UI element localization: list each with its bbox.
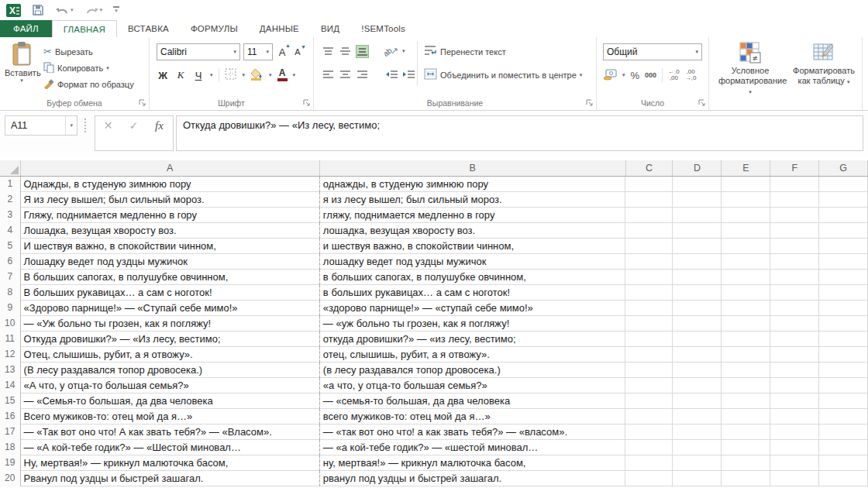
cell-C5[interactable] xyxy=(625,239,673,254)
tab-formulas[interactable]: ФОРМУЛЫ xyxy=(180,20,249,37)
cell-A13[interactable]: (В лесу раздавался топор дровосека.) xyxy=(21,363,320,378)
cell-A9[interactable]: «Здорово парнище!» — «Ступай себе мимо!» xyxy=(21,301,320,316)
cell-B8[interactable]: в больших рукавицах… а сам с ноготок! xyxy=(319,285,625,301)
paste-dropdown-icon[interactable]: ▾ xyxy=(5,77,39,84)
orientation-dropdown-icon[interactable]: ▾ xyxy=(402,48,405,54)
row-header-3[interactable]: 3 xyxy=(0,208,21,223)
row-header-14[interactable]: 14 xyxy=(0,378,21,393)
cell-E9[interactable] xyxy=(722,301,770,316)
cut-button[interactable]: ✂ Вырезать xyxy=(43,43,93,60)
cell-A5[interactable]: И шествуя важно, в спокойствии чинном, xyxy=(21,239,320,254)
cell-F2[interactable] xyxy=(770,192,819,208)
cell-D5[interactable] xyxy=(673,239,722,254)
cell-F20[interactable] xyxy=(770,471,819,486)
format-as-table-button[interactable]: Форматировать как таблицу ▾ xyxy=(788,41,859,87)
cell-E16[interactable] xyxy=(722,409,770,424)
cell-B5[interactable]: и шествуя важно, в спокойствии чинном, xyxy=(319,239,625,254)
cell-E15[interactable] xyxy=(722,393,770,409)
cell-E7[interactable] xyxy=(722,270,770,285)
cell-B16[interactable]: всего мужиков-то: отец мой да я…» xyxy=(319,409,625,424)
cell-A4[interactable]: Лошадка, везущая хворосту воз. xyxy=(21,223,320,239)
font-color-dropdown-icon[interactable]: ▾ xyxy=(293,72,296,78)
cell-C4[interactable] xyxy=(625,223,673,239)
formula-bar-splitter[interactable] xyxy=(84,119,86,132)
row-header-17[interactable]: 17 xyxy=(0,424,21,440)
tab-view[interactable]: ВИД xyxy=(310,20,350,37)
cell-G17[interactable] xyxy=(819,424,868,440)
column-header-f[interactable]: F xyxy=(770,160,819,176)
cell-C14[interactable] xyxy=(625,378,673,393)
cell-C12[interactable] xyxy=(625,347,673,363)
cell-A19[interactable]: Ну, мертвая!» — крикнул малюточка басом, xyxy=(21,455,320,471)
underline-dropdown-icon[interactable]: ▾ xyxy=(210,72,213,78)
cell-E20[interactable] xyxy=(722,471,770,486)
row-header-2[interactable]: 2 xyxy=(0,192,21,208)
tab-data[interactable]: ДАННЫЕ xyxy=(249,20,310,37)
cell-B3[interactable]: гляжу, поднимается медленно в гору xyxy=(319,208,625,223)
cell-C8[interactable] xyxy=(625,285,673,301)
row-header-20[interactable]: 20 xyxy=(0,471,21,486)
number-format-select[interactable]: Общий▾ xyxy=(603,43,702,60)
cell-A11[interactable]: Откуда дровишки?» — «Из лесу, вестимо; xyxy=(21,332,320,347)
cell-C13[interactable] xyxy=(625,363,673,378)
cell-A6[interactable]: Лошадку ведет под уздцы мужичок xyxy=(21,254,320,270)
insert-function-icon[interactable]: fx xyxy=(146,116,172,132)
cell-F11[interactable] xyxy=(770,332,819,347)
cell-G9[interactable] xyxy=(819,301,868,316)
cell-G16[interactable] xyxy=(819,409,868,424)
cell-C20[interactable] xyxy=(625,471,673,486)
enter-icon[interactable]: ✓ xyxy=(121,116,146,132)
cell-C17[interactable] xyxy=(625,424,673,440)
cell-E3[interactable] xyxy=(722,208,770,223)
cell-F1[interactable] xyxy=(770,177,819,192)
decrease-decimal-icon[interactable]: ,00→,0 xyxy=(685,69,697,81)
font-color-icon[interactable]: А xyxy=(277,69,288,81)
cell-F12[interactable] xyxy=(770,347,819,363)
cell-D7[interactable] xyxy=(673,270,722,285)
cell-E11[interactable] xyxy=(722,332,770,347)
cell-G13[interactable] xyxy=(819,363,868,378)
font-name-select[interactable]: Calibri▾ xyxy=(157,43,240,60)
accounting-dropdown-icon[interactable]: ▾ xyxy=(622,72,625,78)
cell-B1[interactable]: однажды, в студеную зимнюю пору xyxy=(319,177,625,192)
borders-dropdown-icon[interactable]: ▾ xyxy=(243,72,246,78)
decrease-indent-icon[interactable] xyxy=(384,68,398,81)
cell-E19[interactable] xyxy=(722,455,770,471)
row-header-18[interactable]: 18 xyxy=(0,440,21,455)
font-size-select[interactable]: 11▾ xyxy=(243,43,273,60)
row-header-6[interactable]: 6 xyxy=(0,254,21,270)
cell-E10[interactable] xyxy=(722,316,770,332)
cancel-icon[interactable]: ✕ xyxy=(95,116,121,132)
shrink-font-icon[interactable]: А▼ xyxy=(291,47,304,57)
cell-C1[interactable] xyxy=(625,177,673,192)
copy-dropdown-icon[interactable]: ▾ xyxy=(106,65,109,71)
cell-D19[interactable] xyxy=(673,455,722,471)
cell-G5[interactable] xyxy=(819,239,868,254)
number-dialog-launcher-icon[interactable] xyxy=(698,99,706,107)
cell-F4[interactable] xyxy=(770,223,819,239)
alignment-dialog-launcher-icon[interactable] xyxy=(586,99,594,107)
cell-E17[interactable] xyxy=(722,424,770,440)
formula-input[interactable]: Откуда дровишки?» — «Из лесу, вестимо; xyxy=(176,115,863,151)
column-header-g[interactable]: G xyxy=(819,160,868,176)
cell-G18[interactable] xyxy=(819,440,868,455)
undo-icon[interactable]: ▾ xyxy=(55,5,74,15)
cell-A20[interactable]: Рванул под уздцы и быстрей зашагал. xyxy=(21,471,320,486)
cell-C2[interactable] xyxy=(625,192,673,208)
align-right-icon[interactable] xyxy=(356,68,369,81)
cell-A1[interactable]: Однажды, в студеную зимнюю пору xyxy=(21,177,320,192)
cell-A7[interactable]: В больших сапогах, в полушубке овчинном, xyxy=(21,270,320,285)
row-header-9[interactable]: 9 xyxy=(0,301,21,316)
cell-G14[interactable] xyxy=(819,378,868,393)
cell-B15[interactable]: — «семья-то большая, да два человека xyxy=(319,393,625,409)
cell-F6[interactable] xyxy=(770,254,819,270)
increase-indent-icon[interactable] xyxy=(401,68,415,81)
cell-A14[interactable]: «А что, у отца-то большая семья?» xyxy=(21,378,320,393)
cell-E1[interactable] xyxy=(722,177,770,192)
cell-F15[interactable] xyxy=(770,393,819,409)
cell-E12[interactable] xyxy=(722,347,770,363)
cell-D13[interactable] xyxy=(673,363,722,378)
cell-E2[interactable] xyxy=(722,192,770,208)
cell-B9[interactable]: «здорово парнище!» — «ступай себе мимо!» xyxy=(319,301,625,316)
cell-C11[interactable] xyxy=(625,332,673,347)
